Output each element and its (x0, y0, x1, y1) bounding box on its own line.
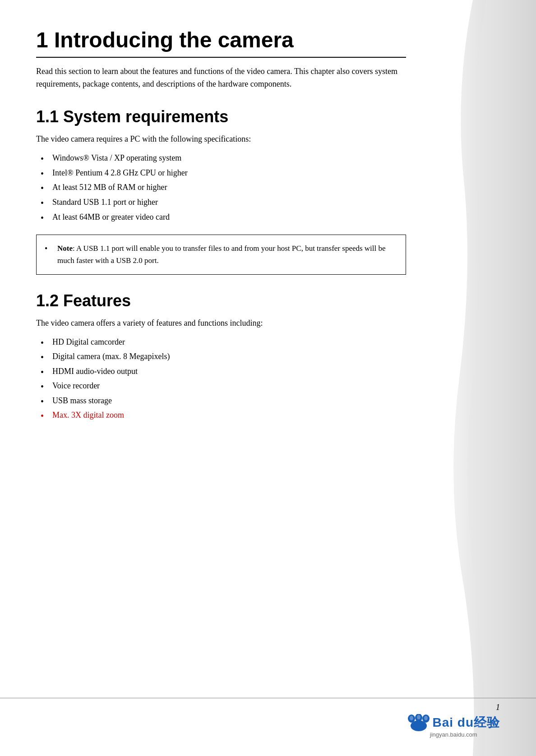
features-list: HD Digital camcorderDigital camera (max.… (36, 335, 406, 423)
svg-point-5 (417, 715, 420, 719)
list-item: At least 512 MB of RAM or higher (36, 180, 406, 194)
note-box-content: Note: A USB 1.1 port will enable you to … (53, 242, 397, 267)
list-item: Voice recorder (36, 379, 406, 393)
list-item: Windows® Vista / XP operating system (36, 151, 406, 165)
svg-point-3 (411, 720, 427, 731)
list-item-red: Max. 3X digital zoom (36, 408, 406, 422)
footer-right: 1 Bai du经验 jingyan.baidu.com (407, 703, 500, 738)
page-content: 1 Introducing the camera // Set chapter … (0, 0, 442, 469)
section-1-2-heading: 1.2 Features (36, 291, 406, 310)
background-decoration (437, 0, 536, 756)
list-item: At least 64MB or greater video card (36, 210, 406, 224)
list-item: Standard USB 1.1 port or higher (36, 195, 406, 209)
chapter-title: 1 Introducing the camera (36, 27, 406, 58)
chapter-intro: Read this section to learn about the fea… (36, 65, 406, 91)
list-item: USB mass storage (36, 394, 406, 408)
note-label: Note (57, 244, 73, 253)
svg-point-4 (410, 716, 413, 720)
baidu-url: jingyan.baidu.com (430, 731, 477, 738)
system-requirements-list: Windows® Vista / XP operating systemInte… (36, 151, 406, 224)
list-item: Digital camera (max. 8 Megapixels) (36, 350, 406, 364)
baidu-watermark: Bai du经验 jingyan.baidu.com (407, 714, 500, 738)
note-text: : A USB 1.1 port will enable you to tran… (57, 244, 386, 265)
section-1-1-heading: 1.1 System requirements (36, 107, 406, 126)
footer: 1 Bai du经验 jingyan.baidu.com (0, 698, 536, 738)
list-item: HDMI audio-video output (36, 364, 406, 378)
baidu-logo-text: Bai du经验 (432, 714, 500, 731)
section-1-2-intro: The video camera offers a variety of fea… (36, 317, 406, 330)
baidu-logo-area: Bai du经验 (407, 714, 500, 731)
list-item: Intel® Pentium 4 2.8 GHz CPU or higher (36, 166, 406, 180)
note-box: Note: A USB 1.1 port will enable you to … (36, 235, 406, 274)
page-number: 1 (496, 703, 500, 712)
svg-point-6 (424, 716, 428, 720)
baidu-bear-icon (407, 714, 430, 731)
list-item: HD Digital camcorder (36, 335, 406, 349)
section-1-1-intro: The video camera requires a PC with the … (36, 133, 406, 146)
